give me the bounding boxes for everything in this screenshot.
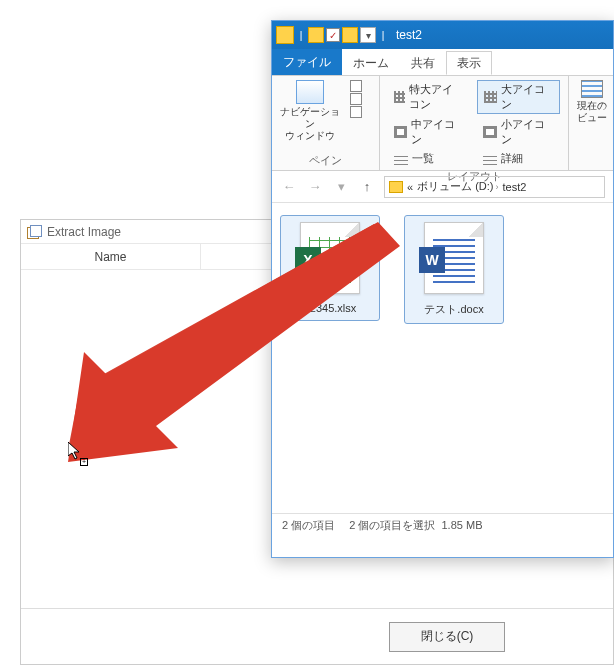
file-item-docx[interactable]: W テスト.docx (404, 215, 504, 324)
recent-dropdown[interactable]: ▾ (332, 178, 350, 196)
excel-file-icon: X (300, 222, 360, 294)
qat-check-icon[interactable]: ✓ (326, 28, 340, 42)
address-bar: ← → ▾ ↑ « ボリューム (D:)› test2 (272, 171, 613, 203)
qat-folder-icon[interactable] (342, 27, 358, 43)
pane-check3[interactable] (350, 106, 362, 118)
layout-large-icons[interactable]: 大アイコン (477, 80, 560, 114)
crumb-volume[interactable]: ボリューム (D:)› (417, 179, 498, 194)
explorer-titlebar[interactable]: | ✓ ▾ | test2 (272, 21, 613, 49)
forward-button[interactable]: → (306, 178, 324, 196)
layout-list[interactable]: 一覧 (388, 150, 469, 167)
list-icon (394, 153, 408, 165)
status-selected: 2 個の項目を選択 1.85 MB (349, 518, 482, 533)
status-bar: 2 個の項目 2 個の項目を選択 1.85 MB (272, 513, 613, 537)
address-input[interactable]: « ボリューム (D:)› test2 (384, 176, 605, 198)
folder-icon (276, 26, 294, 44)
back-button[interactable]: ← (280, 178, 298, 196)
window-title: test2 (396, 28, 422, 42)
word-badge-icon: W (419, 247, 445, 273)
address-folder-icon (389, 181, 403, 193)
large-icons-icon (484, 91, 497, 103)
layout-xl-icons[interactable]: 特大アイコン (388, 80, 469, 114)
tab-home[interactable]: ホーム (342, 51, 400, 75)
nav-pane-icon (296, 80, 324, 104)
layout-details[interactable]: 詳細 (477, 150, 560, 167)
ribbon-tabs: ファイル ホーム 共有 表示 (272, 49, 613, 75)
current-view-icon (581, 80, 603, 98)
medium-icons-icon (394, 126, 407, 138)
column-name[interactable]: Name (21, 244, 201, 269)
details-icon (483, 153, 497, 165)
button-bar: 閉じる(C) (21, 608, 613, 664)
crumb-folder[interactable]: test2 (503, 181, 527, 193)
small-icons-icon (483, 126, 497, 138)
tab-share[interactable]: 共有 (400, 51, 446, 75)
pane-check1[interactable] (350, 80, 362, 92)
nav-pane-button[interactable]: ナビゲーション ウィンドウ (280, 80, 340, 142)
extract-app-icon (27, 225, 41, 239)
qat-sep-icon: | (296, 30, 306, 41)
file-name-1: テスト.docx (424, 302, 483, 317)
qat-open-icon[interactable] (308, 27, 324, 43)
layout-small-icons[interactable]: 小アイコン (477, 116, 560, 148)
file-item-xlsx[interactable]: X 12345.xlsx (280, 215, 380, 321)
current-view-button[interactable]: 現在の ビュー (577, 80, 607, 124)
ribbon-body: ナビゲーション ウィンドウ ペイン 特大アイコン 大アイコン 中アイコン 小アイ… (272, 75, 613, 171)
file-list[interactable]: X 12345.xlsx W テスト.docx (272, 203, 613, 513)
nav-pane-label: ナビゲーション ウィンドウ (280, 106, 340, 142)
layout-medium-icons[interactable]: 中アイコン (388, 116, 469, 148)
tab-file[interactable]: ファイル (272, 49, 342, 75)
qat-dropdown-icon[interactable]: ▾ (360, 27, 376, 43)
qat-sep2-icon: | (378, 30, 388, 41)
xl-icons-icon (394, 91, 405, 103)
extract-title-text: Extract Image (47, 225, 121, 239)
file-name-0: 12345.xlsx (304, 302, 357, 314)
excel-badge-icon: X (295, 247, 321, 273)
pane-group-label: ペイン (280, 151, 371, 168)
copy-plus-icon: + (80, 458, 88, 466)
up-button[interactable]: ↑ (358, 178, 376, 196)
pane-check2[interactable] (350, 93, 362, 105)
status-count: 2 個の項目 (282, 518, 335, 533)
explorer-window: | ✓ ▾ | test2 ファイル ホーム 共有 表示 ナビゲーション ウィン… (271, 20, 614, 558)
current-view-label: 現在の ビュー (577, 100, 607, 124)
word-file-icon: W (424, 222, 484, 294)
crumb-ellipsis: « (407, 181, 413, 193)
close-button[interactable]: 閉じる(C) (389, 622, 505, 652)
tab-view[interactable]: 表示 (446, 51, 492, 75)
